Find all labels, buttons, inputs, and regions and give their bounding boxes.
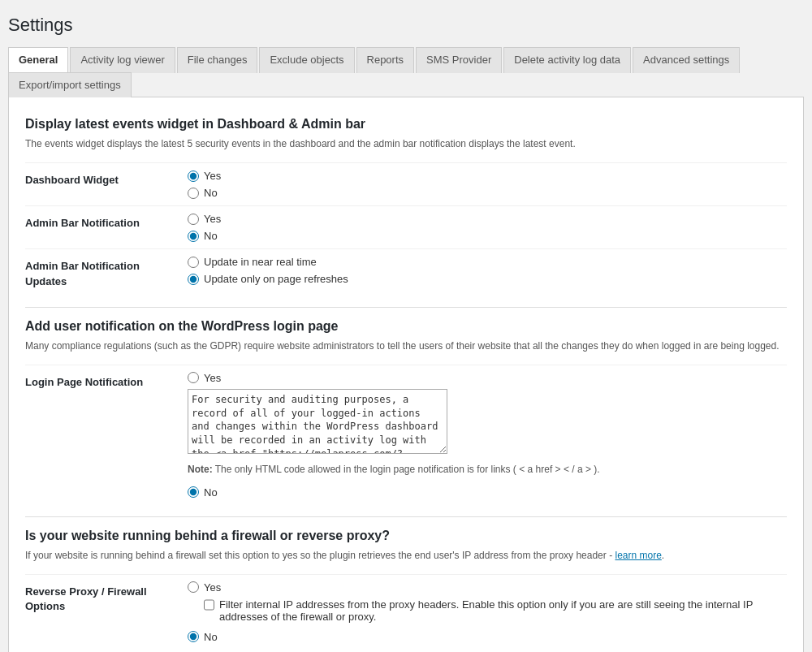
admin-bar-yes-radio[interactable]: [188, 214, 199, 225]
reverse-proxy-no-label: No: [204, 631, 218, 643]
admin-bar-notification-label: Admin Bar Notification: [25, 213, 188, 231]
admin-bar-yes-option[interactable]: Yes: [188, 213, 787, 225]
admin-bar-no-label: No: [204, 230, 218, 242]
admin-bar-notification-controls: Yes No: [188, 213, 787, 242]
section1-title: Display latest events widget in Dashboar…: [25, 117, 787, 132]
login-page-no-option[interactable]: No: [188, 486, 787, 499]
divider1: [25, 307, 787, 308]
dashboard-widget-controls: Yes No: [188, 170, 787, 199]
login-page-notification-controls: Yes For security and auditing purposes, …: [188, 372, 787, 499]
section3-desc-prefix: If your website is running behind a fire…: [25, 550, 615, 561]
reverse-proxy-label: Reverse Proxy / Firewall Options: [25, 581, 188, 614]
login-page-no-radio[interactable]: [188, 486, 199, 498]
dashboard-widget-no-radio[interactable]: [188, 188, 199, 199]
reverse-proxy-row: Reverse Proxy / Firewall Options Yes Fil…: [25, 574, 787, 650]
tab-export-import[interactable]: Export/import settings: [8, 72, 132, 97]
reverse-proxy-no-option[interactable]: No: [188, 631, 787, 643]
reverse-proxy-controls: Yes Filter internal IP addresses from th…: [188, 581, 787, 643]
note-text-content: The only HTML code allowed in the login …: [213, 464, 600, 475]
divider2: [25, 516, 787, 517]
section3-desc-suffix: .: [662, 550, 664, 561]
content-area: Display latest events widget in Dashboar…: [8, 97, 804, 652]
login-page-yes-radio[interactable]: [188, 372, 199, 383]
tab-general[interactable]: General: [8, 47, 68, 73]
tab-sms-provider[interactable]: SMS Provider: [416, 47, 502, 73]
login-page-notification-row: Login Page Notification Yes For security…: [25, 365, 787, 505]
section3-desc: If your website is running behind a fire…: [25, 548, 787, 563]
page-wrapper: Settings General Activity log viewer Fil…: [0, 0, 812, 652]
login-page-yes-label: Yes: [204, 372, 221, 384]
tab-advanced-settings[interactable]: Advanced settings: [633, 47, 740, 73]
admin-bar-no-radio[interactable]: [188, 231, 199, 242]
admin-bar-yes-label: Yes: [204, 213, 221, 225]
tabs-container: General Activity log viewer File changes…: [8, 47, 804, 97]
dashboard-widget-yes-option[interactable]: Yes: [188, 170, 787, 182]
reverse-proxy-yes-option[interactable]: Yes: [188, 581, 787, 594]
section2-title: Add user notification on the WordPress l…: [25, 319, 787, 334]
tab-activity-log-viewer[interactable]: Activity log viewer: [70, 47, 175, 73]
login-page-no-label: No: [204, 486, 218, 499]
section2-desc: Many compliance regulations (such as the…: [25, 339, 787, 353]
admin-bar-refresh-label: Update only on page refreshes: [204, 273, 348, 285]
section3-title: Is your website running behind a firewal…: [25, 529, 787, 543]
section1-desc: The events widget displays the latest 5 …: [25, 136, 787, 151]
admin-bar-realtime-radio[interactable]: [188, 257, 199, 268]
reverse-proxy-yes-label: Yes: [204, 581, 221, 594]
note-bold: Note:: [188, 464, 213, 475]
login-page-notification-label: Login Page Notification: [25, 372, 188, 390]
tab-delete-activity-log[interactable]: Delete activity log data: [503, 47, 631, 73]
login-page-note: Note: The only HTML code allowed in the …: [188, 462, 787, 477]
learn-more-link[interactable]: learn more: [615, 550, 661, 561]
tab-file-changes[interactable]: File changes: [177, 47, 258, 73]
filter-internal-ip-option[interactable]: Filter internal IP addresses from the pr…: [204, 598, 787, 623]
admin-bar-updates-row: Admin Bar Notification Updates Update in…: [25, 248, 787, 295]
admin-bar-realtime-label: Update in near real time: [204, 256, 317, 268]
admin-bar-updates-label: Admin Bar Notification Updates: [25, 256, 188, 288]
dashboard-widget-label: Dashboard Widget: [25, 170, 188, 188]
reverse-proxy-no-radio[interactable]: [188, 631, 199, 642]
dashboard-widget-no-option[interactable]: No: [188, 187, 787, 199]
login-page-yes-option[interactable]: Yes: [188, 372, 787, 384]
login-page-textarea[interactable]: For security and auditing purposes, a re…: [188, 389, 447, 454]
admin-bar-updates-controls: Update in near real time Update only on …: [188, 256, 787, 285]
dashboard-widget-no-label: No: [204, 187, 218, 199]
dashboard-widget-yes-label: Yes: [204, 170, 221, 182]
tab-reports[interactable]: Reports: [356, 47, 415, 73]
filter-internal-ip-label: Filter internal IP addresses from the pr…: [219, 598, 787, 623]
dashboard-widget-yes-radio[interactable]: [188, 171, 199, 182]
admin-bar-notification-row: Admin Bar Notification Yes No: [25, 205, 787, 248]
dashboard-widget-row: Dashboard Widget Yes No: [25, 162, 787, 205]
reverse-proxy-yes-radio[interactable]: [188, 581, 199, 593]
admin-bar-realtime-option[interactable]: Update in near real time: [188, 256, 787, 268]
tab-exclude-objects[interactable]: Exclude objects: [259, 47, 354, 73]
admin-bar-no-option[interactable]: No: [188, 230, 787, 242]
admin-bar-refresh-radio[interactable]: [188, 274, 199, 285]
filter-internal-ip-checkbox[interactable]: [204, 599, 214, 611]
page-title: Settings: [8, 8, 804, 39]
admin-bar-refresh-option[interactable]: Update only on page refreshes: [188, 273, 787, 285]
